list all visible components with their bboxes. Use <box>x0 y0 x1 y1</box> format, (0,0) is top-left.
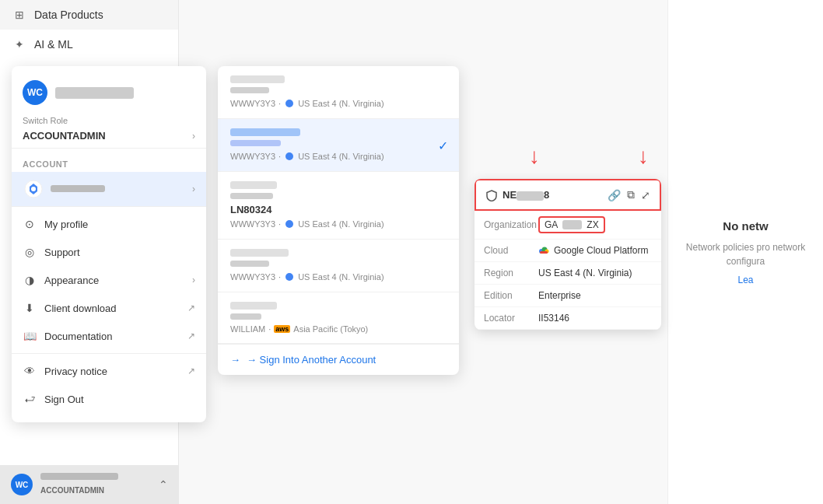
eye-icon: 👁 <box>23 364 37 378</box>
menu-label-my-profile: My profile <box>44 219 88 230</box>
menu-item-my-profile[interactable]: ⊙ My profile <box>12 210 206 238</box>
sidebar-item-data-products[interactable]: ⊞ Data Products <box>0 0 178 30</box>
bottom-role: ACCOUNTADMIN <box>40 486 104 495</box>
svg-point-1 <box>31 187 36 191</box>
account-list-item[interactable]: WWWY3Y3 · US East 4 (N. Virginia) ✓ <box>218 119 459 172</box>
account-list-item[interactable]: WILLIAM · aws Asia Pacific (Tokyo) <box>218 292 459 344</box>
checkmark-icon: ✓ <box>438 138 448 152</box>
menu-section: ⊙ My profile ◎ Support ◑ Appearance › ⬇ … <box>12 206 206 353</box>
no-network-panel: No netw Network policies pro network con… <box>667 0 823 504</box>
menu-item-client-download[interactable]: ⬇ Client download ↗ <box>12 294 206 322</box>
organization-label: Organization <box>484 219 538 230</box>
sidebar-item-label: AI & ML <box>34 38 73 51</box>
gcp-icon <box>24 180 43 198</box>
switch-role-label: Switch Role <box>12 113 206 127</box>
menu-item-documentation[interactable]: 📖 Documentation ↗ <box>12 322 206 350</box>
menu-item-appearance[interactable]: ◑ Appearance › <box>12 266 206 294</box>
sparkle-icon: ✦ <box>12 37 26 51</box>
menu-item-sign-out[interactable]: ⮐ Sign Out <box>12 385 206 413</box>
appearance-icon: ◑ <box>23 273 37 287</box>
sidebar-item-ai-ml[interactable]: ✦ AI & ML <box>0 30 178 59</box>
sidebar-bottom-bar: WC ACCOUNTADMIN ⌃ <box>0 465 179 504</box>
region-value: US East 4 (N. Virginia) <box>538 268 632 278</box>
gcp-logo-icon2 <box>284 151 295 162</box>
menu-item-privacy-notice[interactable]: 👁 Privacy notice ↗ <box>12 357 206 385</box>
organization-value: GAZX <box>538 216 605 233</box>
details-popup: NE8 🔗 ⧉ ⤢ Organization GAZX Cloud <box>475 179 661 330</box>
external-link-icon: ↗ <box>187 303 195 313</box>
chevron-right-icon: › <box>192 131 195 142</box>
download-icon: ⬇ <box>23 301 37 315</box>
cloud-value: Google Cloud Platform <box>538 245 648 256</box>
detail-row-cloud: Cloud Google Cloud Platform <box>475 240 661 262</box>
user-icon: ⊙ <box>23 217 37 231</box>
chevron-up-icon[interactable]: ⌃ <box>159 478 168 491</box>
help-icon: ◎ <box>23 245 37 259</box>
role-name: ACCOUNTADMIN <box>23 130 106 142</box>
user-name: W████████g <box>55 87 134 99</box>
account-meta: WWWY3Y3 · US East 4 (N. Virginia) <box>230 271 447 282</box>
locator-label: Locator <box>484 313 538 324</box>
grid-icon: ⊞ <box>12 8 26 22</box>
expand-icon[interactable]: ⤢ <box>641 189 650 201</box>
account-list-item[interactable]: WWWY3Y3 · US East 4 (N. Virginia) <box>218 240 459 292</box>
link-icon[interactable]: 🔗 <box>608 189 621 201</box>
switch-role-button[interactable]: ACCOUNTADMIN › <box>12 127 206 148</box>
account-user-header: WC W████████g <box>12 72 206 113</box>
account-code: LN80324 <box>230 204 447 215</box>
chevron-right-icon3: › <box>192 275 195 285</box>
account-section-label: Account <box>12 153 206 172</box>
accounts-panel: WWWY3Y3 · US East 4 (N. Virginia) WWWY3Y… <box>218 66 459 375</box>
account-dropdown: WC W████████g Switch Role ACCOUNTADMIN ›… <box>12 66 206 422</box>
account-item-current[interactable]: › <box>12 172 206 206</box>
account-meta: WWWY3Y3 · US East 4 (N. Virginia) <box>230 151 447 162</box>
menu-label-support: Support <box>44 247 80 258</box>
account-name-block <box>51 185 186 194</box>
gcp-logo-icon4 <box>284 271 295 282</box>
account-meta: WWWY3Y3 · US East 4 (N. Virginia) <box>230 98 447 109</box>
sign-in-arrow-icon: → <box>230 354 240 366</box>
account-meta: WILLIAM · aws Asia Pacific (Tokyo) <box>230 324 447 334</box>
menu-item-support[interactable]: ◎ Support <box>12 238 206 266</box>
connection-name-text: NE8 <box>503 189 549 201</box>
no-network-title: No netw <box>723 219 768 233</box>
shield-icon <box>485 189 498 201</box>
svg-point-4 <box>285 220 293 228</box>
no-network-description: Network policies pro network configura <box>684 240 807 268</box>
bottom-menu-section: 👁 Privacy notice ↗ ⮐ Sign Out <box>12 353 206 416</box>
svg-point-2 <box>285 100 293 107</box>
aws-logo-icon: aws <box>274 325 290 333</box>
detail-row-edition: Edition Enterprise <box>475 285 661 307</box>
sign-into-another-button[interactable]: → → Sign Into Another Account <box>218 344 459 375</box>
details-popup-header: NE8 🔗 ⧉ ⤢ <box>475 179 661 211</box>
menu-label-documentation: Documentation <box>44 331 112 342</box>
account-list-item[interactable]: WWWY3Y3 · US East 4 (N. Virginia) <box>218 66 459 119</box>
menu-label-appearance: Appearance <box>44 275 99 286</box>
detail-row-organization: Organization GAZX <box>475 211 661 240</box>
region-label: Region <box>484 268 538 278</box>
bottom-avatar: WC <box>11 474 33 495</box>
red-arrow-2: ↓ <box>638 144 649 169</box>
account-list-item[interactable]: LN80324 WWWY3Y3 · US East 4 (N. Virginia… <box>218 172 459 240</box>
edition-value: Enterprise <box>538 290 581 301</box>
chevron-right-icon2: › <box>192 184 195 194</box>
svg-rect-9 <box>540 251 548 254</box>
sign-in-another-label: → Sign Into Another Account <box>247 354 376 366</box>
gcp-cloud-icon <box>538 245 549 256</box>
copy-icon[interactable]: ⧉ <box>627 188 635 201</box>
header-actions: 🔗 ⧉ ⤢ <box>608 188 650 201</box>
external-link-icon3: ↗ <box>187 366 195 376</box>
gcp-logo-icon <box>284 98 295 109</box>
avatar: WC <box>23 80 47 105</box>
locator-value: II53146 <box>538 313 569 324</box>
learn-more-link[interactable]: Lea <box>737 275 753 285</box>
svg-point-5 <box>285 273 293 281</box>
details-popup-body: Organization GAZX Cloud Google Cloud Pla… <box>475 211 661 330</box>
accounts-list: WWWY3Y3 · US East 4 (N. Virginia) WWWY3Y… <box>218 66 459 344</box>
account-gcp-logo <box>23 178 44 200</box>
sidebar-item-label: Data Products <box>34 9 103 21</box>
menu-label-client-download: Client download <box>44 303 117 314</box>
edition-label: Edition <box>484 290 538 301</box>
bottom-user-info: ACCOUNTADMIN <box>40 473 151 496</box>
detail-row-region: Region US East 4 (N. Virginia) <box>475 262 661 285</box>
